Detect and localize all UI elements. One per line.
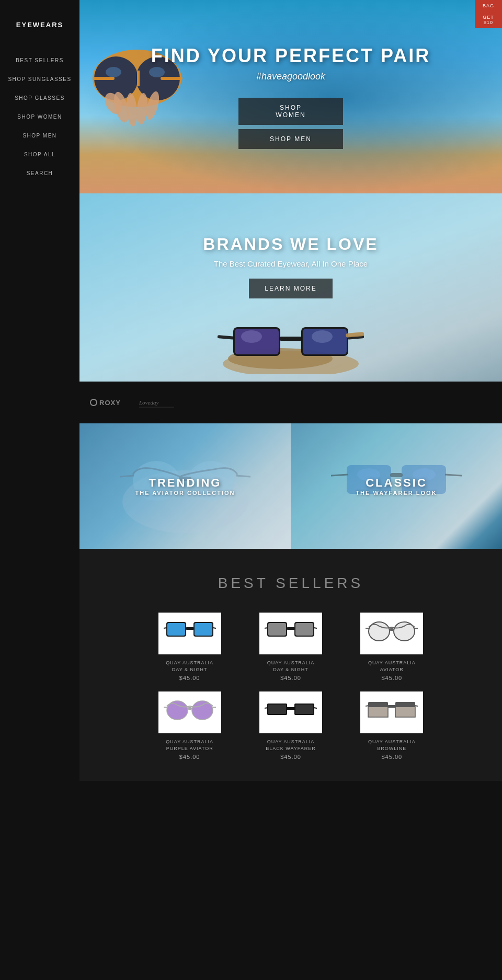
product-card-5[interactable]: QUAY AUSTRALIABLACK WAYFARER $45.00 <box>245 691 336 760</box>
loveday-logo-svg: Loveday <box>136 393 178 411</box>
classic-subtitle: THE WAYFARER LOOK <box>356 490 437 496</box>
svg-rect-44 <box>186 627 194 630</box>
svg-point-6 <box>106 67 121 77</box>
learn-more-button[interactable]: LEARN MORE <box>249 279 332 298</box>
brands-title: BRANDS WE LOVE <box>203 235 378 254</box>
product-name-3: QUAY AUSTRALIAAVIATOR <box>347 660 437 673</box>
sidebar-nav: BEST SELLERS SHOP SUNGLASSES SHOP GLASSE… <box>0 55 79 177</box>
product-price-5: $45.00 <box>245 754 336 760</box>
classic-title: CLASSIC <box>356 476 437 490</box>
trending-title: TRENDING <box>135 476 235 490</box>
sidebar-item-search[interactable]: SEARCH <box>27 168 53 177</box>
product-price-6: $45.00 <box>347 754 437 760</box>
svg-rect-49 <box>268 623 286 636</box>
svg-rect-42 <box>167 623 185 636</box>
product-card-4[interactable]: QUAY AUSTRALIAPURPLE AVIATOR $45.00 <box>144 691 235 760</box>
svg-line-53 <box>314 628 317 628</box>
svg-rect-51 <box>287 627 295 630</box>
brands-subtitle: The Best Curated Eyewear, All In One Pla… <box>203 259 378 268</box>
shop-women-button[interactable]: SHOP WOMEN <box>238 98 343 125</box>
brands-content: BRANDS WE LOVE The Best Curated Eyewear,… <box>203 235 378 298</box>
hero-hashtag: #haveagoodlook <box>151 71 431 82</box>
main-content: FIND YOUR PERFECT PAIR #haveagoodlook SH… <box>79 0 502 781</box>
product-name-4: QUAY AUSTRALIAPURPLE AVIATOR <box>144 739 235 752</box>
svg-line-36 <box>331 475 348 476</box>
svg-text:Loveday: Loveday <box>139 399 158 406</box>
sidebar-item-shop-glasses[interactable]: SHOP GLASSES <box>15 93 65 102</box>
product-name-1: QUAY AUSTRALIADAY & NIGHT <box>144 660 235 673</box>
shop-men-button[interactable]: SHOP MEN <box>238 129 343 149</box>
svg-rect-50 <box>295 623 313 636</box>
trending-collection[interactable]: TRENDING THE AVIATOR COLLECTION <box>79 423 291 549</box>
svg-rect-61 <box>188 707 192 710</box>
svg-rect-68 <box>287 707 295 710</box>
brands-glasses-illustration <box>218 296 364 374</box>
svg-rect-3 <box>137 71 140 86</box>
svg-rect-4 <box>93 77 115 80</box>
product-card-3[interactable]: QUAY AUSTRALIAAVIATOR $45.00 <box>347 613 437 681</box>
hero-title: FIND YOUR PERFECT PAIR <box>151 45 431 67</box>
sidebar-item-shop-men[interactable]: SHOP MEN <box>22 130 56 140</box>
sidebar-logo: EYEWEARS <box>16 21 63 29</box>
svg-rect-66 <box>268 705 286 714</box>
classic-collection[interactable]: CLASSIC THE WAYFARER LOOK <box>291 423 502 549</box>
get10-button[interactable]: GET $10 <box>475 11 502 28</box>
svg-point-22 <box>241 330 262 343</box>
brands-section: BRANDS WE LOVE The Best Curated Eyewear,… <box>79 193 502 382</box>
svg-point-23 <box>312 330 333 343</box>
hero-section: FIND YOUR PERFECT PAIR #haveagoodlook SH… <box>79 0 502 193</box>
sidebar-item-shop-sunglasses[interactable]: SHOP SUNGLASSES <box>8 74 71 83</box>
collection-grid: TRENDING THE AVIATOR COLLECTION CLASSIC … <box>79 423 502 549</box>
product-card-1[interactable]: QUAY AUSTRALIADAY & NIGHT $45.00 <box>144 613 235 681</box>
best-sellers-section: BEST SELLERS QUAY AUSTRALIADAY & NIGHT <box>79 549 502 781</box>
best-sellers-title: BEST SELLERS <box>90 575 492 592</box>
roxy-logo: ROXY <box>90 399 121 407</box>
product-image-2 <box>259 613 322 654</box>
product-image-1 <box>158 613 221 654</box>
product-glasses-5 <box>265 696 317 730</box>
svg-line-46 <box>213 628 216 628</box>
classic-label: CLASSIC THE WAYFARER LOOK <box>356 476 437 496</box>
product-glasses-2 <box>265 617 317 651</box>
product-card-2[interactable]: QUAY AUSTRALIADAY & NIGHT $45.00 <box>245 613 336 681</box>
product-name-2: QUAY AUSTRALIADAY & NIGHT <box>245 660 336 673</box>
svg-rect-74 <box>395 707 415 717</box>
svg-line-37 <box>445 475 462 476</box>
product-image-5 <box>259 691 322 733</box>
product-price-2: $45.00 <box>245 675 336 681</box>
svg-rect-19 <box>279 337 302 341</box>
product-name-6: QUAY AUSTRALIABROWLINE <box>347 739 437 752</box>
product-price-1: $45.00 <box>144 675 235 681</box>
sidebar: EYEWEARS BEST SELLERS SHOP SUNGLASSES SH… <box>0 0 79 980</box>
svg-line-52 <box>265 628 268 628</box>
loveday-logo: Loveday <box>136 393 178 412</box>
svg-rect-56 <box>390 628 394 631</box>
product-glasses-3 <box>366 617 418 651</box>
svg-line-76 <box>366 706 369 706</box>
product-name-5: QUAY AUSTRALIABLACK WAYFARER <box>245 739 336 752</box>
product-image-4 <box>158 691 221 733</box>
product-card-6[interactable]: QUAY AUSTRALIABROWLINE $45.00 <box>347 691 437 760</box>
svg-rect-43 <box>195 623 212 636</box>
trending-subtitle: THE AVIATOR COLLECTION <box>135 490 235 496</box>
product-price-3: $45.00 <box>347 675 437 681</box>
product-glasses-4 <box>164 696 216 730</box>
sidebar-item-shop-all[interactable]: SHOP ALL <box>24 149 55 158</box>
product-image-6 <box>360 691 423 733</box>
svg-line-70 <box>314 708 317 708</box>
logo-strip: ROXY Loveday <box>79 382 502 423</box>
svg-rect-67 <box>295 705 313 714</box>
sidebar-item-shop-women[interactable]: SHOP WOMEN <box>17 111 62 121</box>
svg-line-31 <box>120 476 134 477</box>
hero-buttons: SHOP WOMEN SHOP MEN <box>151 98 431 149</box>
products-grid: QUAY AUSTRALIADAY & NIGHT $45.00 <box>144 613 437 760</box>
sidebar-item-best-sellers[interactable]: BEST SELLERS <box>16 55 64 64</box>
svg-line-77 <box>415 706 418 706</box>
svg-rect-75 <box>387 705 396 708</box>
bag-button[interactable]: BAG <box>475 0 502 11</box>
hero-content: FIND YOUR PERFECT PAIR #haveagoodlook SH… <box>151 45 431 149</box>
product-price-4: $45.00 <box>144 754 235 760</box>
trending-label: TRENDING THE AVIATOR COLLECTION <box>135 476 235 496</box>
product-glasses-1 <box>164 617 216 651</box>
roxy-circle-icon <box>90 399 97 406</box>
